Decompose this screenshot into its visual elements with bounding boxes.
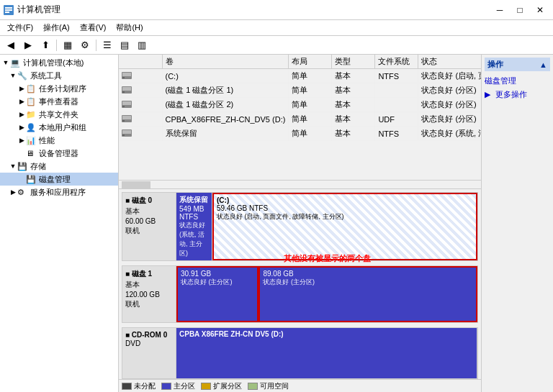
disk0-part-c[interactable]: (C:) 59.46 GB NTFS 状态良好 (启动, 页面文件, 故障转储,… — [212, 193, 477, 260]
tree-performance[interactable]: ▶ 📊 性能 — [0, 134, 118, 147]
cdrom0-label: ■ CD-ROM 0 DVD — [122, 328, 176, 378]
maximize-button[interactable]: □ — [510, 0, 530, 20]
disk1-part1[interactable]: 30.91 GB 状态良好 (主分区) — [176, 266, 258, 322]
toolbar-up[interactable]: ⬆ — [37, 38, 53, 53]
menu-view[interactable]: 查看(V) — [76, 21, 111, 35]
toolbar-settings[interactable]: ⚙ — [77, 38, 93, 53]
tree-storage[interactable]: ▼ 💾 存储 — [0, 160, 118, 173]
tree-task-scheduler[interactable]: ▶ 📋 任务计划程序 — [0, 82, 118, 95]
close-button[interactable]: ✕ — [530, 0, 550, 20]
tree-local-users[interactable]: ▶ 👤 本地用户和组 — [0, 121, 118, 134]
main-layout: ▼ 💻 计算机管理(本地) ▼ 🔧 系统工具 ▶ 📋 任务计划程序 ▶ 📋 事件… — [0, 55, 553, 392]
row-status: 状态良好 (分区) — [418, 112, 481, 127]
disk-table-area[interactable]: 卷 布局 类型 文件系统 状态 — [119, 55, 481, 181]
disk0-block: ■ 磁盘 0 基本 60.00 GB 联机 系统保留 549 MB NTFS 状… — [122, 192, 478, 261]
disk0-sysres-name: 系统保留 — [179, 195, 209, 205]
action-disk-mgmt[interactable]: 磁盘管理 — [485, 74, 550, 88]
tree-shared-folders[interactable]: ▶ 📁 共享文件夹 — [0, 108, 118, 121]
tree-event-viewer[interactable]: ▶ 📋 事件查看器 — [0, 95, 118, 108]
app-icon — [3, 4, 14, 16]
row-status: 状态良好 (启动, 页面文件, 故障转储, 主分区) — [418, 69, 481, 83]
toolbar-view3[interactable]: ▥ — [134, 38, 150, 53]
toolbar-back[interactable]: ◀ — [3, 38, 19, 53]
disk0-status: 联机 — [125, 226, 173, 236]
table-row[interactable]: (磁盘 1 磁盘分区 1) 简单 基本 状态良好 (分区) 30.91 GB — [119, 83, 481, 98]
window-controls: ─ □ ✕ — [490, 0, 550, 20]
table-row[interactable]: CPBA_X86FRE_ZH-CN_DV5 (D:) 简单 基本 UDF 状态良… — [119, 112, 481, 127]
cdrom0-block: ■ CD-ROM 0 DVD CPBA X86FRE ZH-CN DV5 (D:… — [122, 327, 478, 379]
tree-system-tools[interactable]: ▼ 🔧 系统工具 — [0, 69, 118, 82]
svg-rect-17 — [122, 130, 131, 134]
perf-icon: 📊 — [26, 136, 37, 145]
row-layout: 简单 — [289, 112, 332, 127]
horizontal-scrollbar[interactable] — [119, 181, 481, 189]
col-icon-header — [119, 55, 162, 69]
legend-primary-color — [161, 383, 171, 390]
tree-dm-label: 磁盘管理 — [39, 174, 71, 185]
tree-user-label: 本地用户和组 — [39, 122, 86, 133]
cdrom-name: CPBA X86FRE ZH-CN DV5 (D:) — [179, 330, 474, 338]
table-row[interactable]: (C:) 简单 基本 NTFS 状态良好 (启动, 页面文件, 故障转储, 主分… — [119, 69, 481, 83]
toolbar-separator2 — [96, 40, 96, 51]
tree-disk-management[interactable]: 💾 磁盘管理 — [0, 173, 118, 186]
disk1-p1-status: 状态良好 (主分区) — [181, 278, 254, 287]
toolbar-forward[interactable]: ▶ — [20, 38, 36, 53]
content-area: 卷 布局 类型 文件系统 状态 — [119, 55, 481, 392]
col-layout-header[interactable]: 布局 — [289, 55, 332, 69]
col-fs-header[interactable]: 文件系统 — [375, 55, 418, 69]
disk1-name: ■ 磁盘 1 — [125, 269, 173, 279]
menu-file[interactable]: 文件(F) — [3, 21, 37, 35]
device-icon: 🖥 — [26, 149, 37, 158]
toolbar-view2[interactable]: ▤ — [117, 38, 132, 53]
row-layout: 简单 — [289, 69, 332, 83]
disk0-type: 基本 — [125, 206, 173, 216]
tree-services[interactable]: ▶ ⚙ 服务和应用程序 — [0, 186, 118, 199]
legend-primary: 主分区 — [161, 381, 195, 391]
legend-unalloc-label: 未分配 — [134, 381, 156, 391]
left-panel: ▼ 💻 计算机管理(本地) ▼ 🔧 系统工具 ▶ 📋 任务计划程序 ▶ 📋 事件… — [0, 55, 119, 392]
tree-root[interactable]: ▼ 💻 计算机管理(本地) — [0, 56, 118, 69]
menu-help[interactable]: 帮助(H) — [112, 21, 147, 35]
tree-device-manager[interactable]: 🖥 设备管理器 — [0, 147, 118, 160]
svg-rect-8 — [122, 87, 131, 91]
legend-primary-label: 主分区 — [174, 381, 195, 391]
storage-icon: 💾 — [17, 162, 29, 171]
row-type: 基本 — [332, 112, 375, 127]
tree-root-label: 计算机管理(本地) — [23, 58, 84, 68]
row-vol: (磁盘 1 磁盘分区 1) — [162, 83, 289, 98]
legend-free-color — [248, 383, 258, 390]
tree-arrow-storage: ▼ — [9, 163, 17, 170]
svg-rect-12 — [122, 106, 125, 107]
svg-rect-6 — [122, 77, 125, 78]
action-collapse-icon[interactable]: ▲ — [539, 60, 547, 69]
tree-task-label: 任务计划程序 — [39, 83, 86, 94]
row-layout: 简单 — [289, 83, 332, 98]
table-row[interactable]: 系统保留 简单 基本 NTFS 状态良好 (系统, 活动, 主分区) 549 M… — [119, 127, 481, 141]
table-row[interactable]: (磁盘 1 磁盘分区 2) 简单 基本 状态良好 (分区) 89.08 GB — [119, 98, 481, 112]
svg-rect-11 — [122, 101, 131, 105]
action-more[interactable]: ▶ 更多操作 — [485, 88, 550, 101]
col-status-header[interactable]: 状态 — [418, 55, 481, 69]
cdrom0-type: DVD — [125, 339, 173, 347]
col-vol-header[interactable]: 卷 — [162, 55, 289, 69]
row-icon — [119, 127, 162, 141]
menu-action[interactable]: 操作(A) — [39, 21, 74, 35]
col-type-header[interactable]: 类型 — [332, 55, 375, 69]
right-panel: 卷 布局 类型 文件系统 状态 — [119, 55, 553, 392]
minimize-button[interactable]: ─ — [490, 0, 510, 20]
disk0-part-sysreserved[interactable]: 系统保留 549 MB NTFS 状态良好 (系统, 活动, 主分区) — [176, 193, 212, 260]
disk1-p2-status: 状态良好 (主分区) — [263, 278, 473, 287]
menu-bar: 文件(F) 操作(A) 查看(V) 帮助(H) — [0, 20, 553, 36]
tree-arrow-task: ▶ — [17, 85, 26, 92]
row-fs: NTFS — [375, 127, 418, 141]
disk1-status: 联机 — [125, 299, 173, 309]
disk1-p1-size: 30.91 GB — [181, 270, 254, 278]
toolbar-show-hide[interactable]: ▦ — [60, 38, 76, 53]
cdrom0-part[interactable]: CPBA X86FRE ZH-CN DV5 (D:) — [176, 328, 477, 378]
row-status: 状态良好 (分区) — [418, 83, 481, 98]
svg-rect-18 — [122, 135, 125, 136]
toolbar-separator — [56, 40, 57, 51]
disk1-part2[interactable]: 89.08 GB 状态良好 (主分区) — [258, 266, 477, 322]
action-title-text: 操作 — [487, 59, 503, 70]
toolbar-view1[interactable]: ☰ — [99, 38, 115, 53]
